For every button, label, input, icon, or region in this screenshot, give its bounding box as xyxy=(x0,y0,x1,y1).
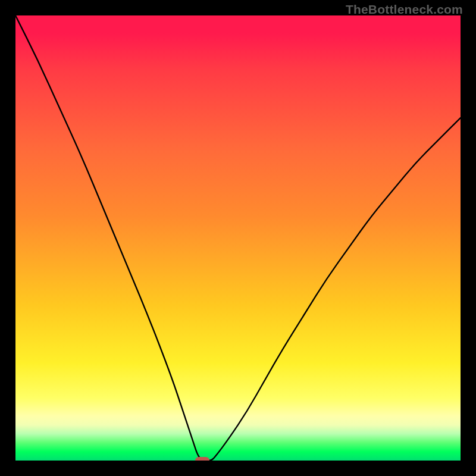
chart-frame: TheBottleneck.com xyxy=(0,0,476,476)
bottleneck-curve xyxy=(15,15,461,461)
plot-area xyxy=(15,15,461,461)
optimum-marker xyxy=(195,457,209,461)
watermark-text: TheBottleneck.com xyxy=(346,2,463,17)
